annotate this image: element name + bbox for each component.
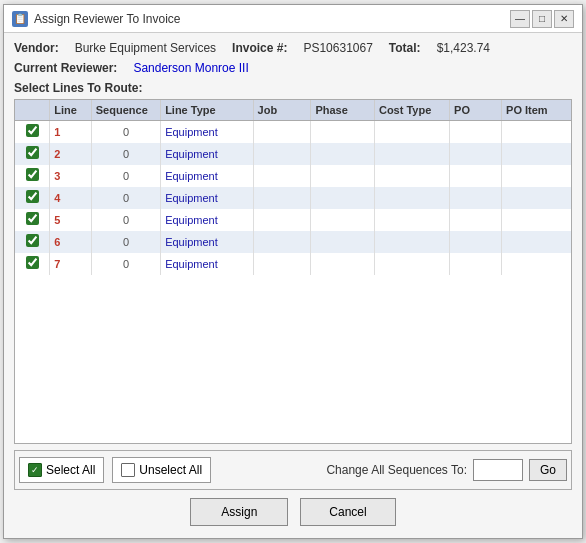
row-line: 6 (50, 231, 92, 253)
row-phase (311, 187, 375, 209)
row-phase (311, 253, 375, 275)
table-row: 50Equipment (15, 209, 571, 231)
vendor-value: Burke Equipment Services (75, 41, 216, 55)
row-phase (311, 121, 375, 143)
table-row: 40Equipment (15, 187, 571, 209)
row-po-item (502, 231, 571, 253)
row-po-item (502, 209, 571, 231)
row-checkbox-cell (15, 121, 50, 143)
invoice-label: Invoice #: (232, 41, 287, 55)
row-checkbox-cell (15, 143, 50, 165)
row-checkbox[interactable] (26, 190, 39, 203)
row-job (253, 121, 311, 143)
row-po (450, 209, 502, 231)
row-checkbox-cell (15, 209, 50, 231)
row-checkbox-cell (15, 253, 50, 275)
bottom-row-actions: Assign Cancel (14, 496, 572, 530)
row-job (253, 143, 311, 165)
go-button[interactable]: Go (529, 459, 567, 481)
row-line-type: Equipment (161, 187, 253, 209)
table-row: 30Equipment (15, 165, 571, 187)
row-sequence: 0 (91, 231, 160, 253)
col-header-check (15, 100, 50, 121)
row-po (450, 121, 502, 143)
row-sequence: 0 (91, 253, 160, 275)
row-cost-type (374, 143, 449, 165)
row-phase (311, 231, 375, 253)
row-line: 3 (50, 165, 92, 187)
window-icon: 📋 (12, 11, 28, 27)
close-button[interactable]: ✕ (554, 10, 574, 28)
row-line-type: Equipment (161, 253, 253, 275)
row-cost-type (374, 121, 449, 143)
window-content: Vendor: Burke Equipment Services Invoice… (4, 33, 582, 538)
row-checkbox[interactable] (26, 168, 39, 181)
row-line: 5 (50, 209, 92, 231)
minimize-button[interactable]: — (510, 10, 530, 28)
row-checkbox[interactable] (26, 234, 39, 247)
row-checkbox[interactable] (26, 124, 39, 137)
row-po (450, 143, 502, 165)
window-title: Assign Reviewer To Invoice (34, 12, 181, 26)
row-checkbox-cell (15, 187, 50, 209)
row-po (450, 253, 502, 275)
bottom-row-controls: ✓ Select All Unselect All Change All Seq… (14, 450, 572, 490)
row-cost-type (374, 231, 449, 253)
row-cost-type (374, 209, 449, 231)
row-po-item (502, 187, 571, 209)
reviewer-label: Current Reviewer: (14, 61, 117, 75)
row-po-item (502, 165, 571, 187)
row-job (253, 187, 311, 209)
row-cost-type (374, 253, 449, 275)
row-job (253, 253, 311, 275)
row-checkbox[interactable] (26, 146, 39, 159)
select-all-check-icon: ✓ (28, 463, 42, 477)
col-header-linetype: Line Type (161, 100, 253, 121)
sequence-change-area: Change All Sequences To: Go (326, 459, 567, 481)
unselect-all-button[interactable]: Unselect All (112, 457, 211, 483)
row-checkbox[interactable] (26, 212, 39, 225)
assign-button[interactable]: Assign (190, 498, 288, 526)
reviewer-value: Sanderson Monroe III (133, 61, 248, 75)
col-header-sequence: Sequence (91, 100, 160, 121)
table-row: 70Equipment (15, 253, 571, 275)
row-cost-type (374, 165, 449, 187)
select-all-button[interactable]: ✓ Select All (19, 457, 104, 483)
lines-table-container: Line Sequence Line Type Job Phase Cost T… (14, 99, 572, 444)
title-bar: 📋 Assign Reviewer To Invoice — □ ✕ (4, 5, 582, 33)
row-job (253, 165, 311, 187)
bottom-area: ✓ Select All Unselect All Change All Seq… (14, 444, 572, 530)
row-sequence: 0 (91, 187, 160, 209)
row-sequence: 0 (91, 165, 160, 187)
row-line-type: Equipment (161, 143, 253, 165)
row-po-item (502, 121, 571, 143)
cancel-button[interactable]: Cancel (300, 498, 395, 526)
row-line: 2 (50, 143, 92, 165)
col-header-poitem: PO Item (502, 100, 571, 121)
sequence-input[interactable] (473, 459, 523, 481)
row-line-type: Equipment (161, 209, 253, 231)
row-line: 4 (50, 187, 92, 209)
row-line-type: Equipment (161, 231, 253, 253)
col-header-line: Line (50, 100, 92, 121)
change-seq-label: Change All Sequences To: (326, 463, 467, 477)
row-cost-type (374, 187, 449, 209)
main-window: 📋 Assign Reviewer To Invoice — □ ✕ Vendo… (3, 4, 583, 539)
row-line-type: Equipment (161, 165, 253, 187)
row-line-type: Equipment (161, 121, 253, 143)
row-line: 1 (50, 121, 92, 143)
total-value: $1,423.74 (437, 41, 490, 55)
invoice-value: PS10631067 (303, 41, 372, 55)
row-job (253, 209, 311, 231)
row-checkbox-cell (15, 165, 50, 187)
row-checkbox[interactable] (26, 256, 39, 269)
vendor-label: Vendor: (14, 41, 59, 55)
row-sequence: 0 (91, 143, 160, 165)
row-po (450, 187, 502, 209)
row-phase (311, 143, 375, 165)
unselect-all-check-icon (121, 463, 135, 477)
invoice-info-row: Vendor: Burke Equipment Services Invoice… (14, 41, 572, 55)
row-po-item (502, 253, 571, 275)
maximize-button[interactable]: □ (532, 10, 552, 28)
row-line: 7 (50, 253, 92, 275)
